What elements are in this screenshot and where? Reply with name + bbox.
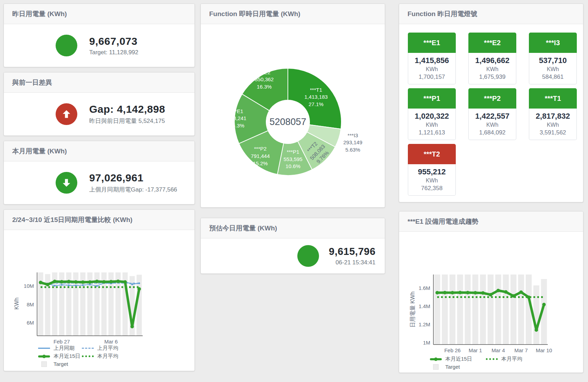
legend-item-target[interactable]: Target [433,364,486,370]
legend-item-this-month-avg[interactable]: 本月平均 [82,353,118,360]
tile-unit: KWh [530,66,576,72]
card-month-usage: 本月用電量 (KWh) 97,026,961 上個月同期用電Gap: -17,3… [3,141,195,204]
tile-body: 1,422,557 KWh 1,684,092 [468,109,516,140]
data-point [61,284,63,286]
data-point [512,294,515,298]
legend-row: 上月同期 上月平均 [38,345,118,352]
comparison-chart-legend: 上月同期 上月平均 本月近15日 本月平均 [38,345,118,367]
target-bar [465,275,471,345]
data-point [527,296,531,299]
data-point [534,328,538,332]
stat-body: Gap: 4,142,898 昨日與前日用電量 5,524,175 [4,93,194,136]
legend-item-this-month[interactable]: 本月近15日 [430,356,486,362]
donut-label-P2: ***P2791,44415.2% [251,145,270,167]
data-point [489,293,493,297]
tile-value: 955,212 [409,167,455,176]
data-point [54,285,56,287]
tile-header: ***T1 [529,88,577,109]
target-bar [510,275,516,345]
legend-label: 本月平均 [97,353,118,360]
legend-item-target[interactable]: Target [41,361,82,367]
y-tick-label: 1.6M [419,285,430,291]
data-point [123,280,127,284]
stat-body: 9,615,796 06-21 15:34:41 [201,238,385,273]
donut-labels: ***T11,413,18327.1%***I3293,1495.63%***T… [201,24,385,208]
tile-value: 1,422,557 [469,112,515,121]
stat-subtitle: Target: 11,128,992 [89,49,139,56]
legend-label: Target [54,361,68,367]
tile-header: ***P1 [408,88,456,109]
line-dotted-green-swatch [486,358,498,360]
data-point [96,285,98,287]
card-title: Function 昨日用電燈號 [408,9,477,19]
light-tile-t2: ***T2 955,212 KWh 762,358 [408,144,456,196]
tile-unit: KWh [409,66,455,72]
card-title: Function 即時日用電量 (KWh) [209,9,300,19]
arrow-up-glyph [61,109,72,120]
data-point [60,280,63,284]
line-thick-green-swatch [430,358,442,360]
card-title: 本月用電量 (KWh) [12,147,67,156]
data-point [137,287,141,291]
tile-body: 1,496,662 KWh 1,675,939 [468,53,516,84]
legend-label: 上月平均 [97,345,118,352]
donut-label-T1: ***T11,413,18327.1% [304,86,328,108]
legend-item-this-month[interactable]: 本月近15日 [38,353,82,360]
tile-target: 584,861 [530,74,576,81]
y-axis-title: 日用電量 KWh [410,291,416,327]
light-tile-i3: ***I3 537,710 KWh 584,861 [529,33,577,84]
target-bar [472,275,478,345]
legend-row: Target [38,361,118,367]
line-dashed-blue-swatch [82,348,94,349]
x-tick-label: Mar 4 [491,347,505,353]
stat-value: Gap: 4,142,898 [89,103,165,115]
target-bar [480,275,486,345]
data-point [130,325,134,328]
y-tick-label: 1M [423,340,430,346]
arrow-down-icon [56,172,77,194]
card-header: 本月用電量 (KWh) [4,141,194,161]
legend-row: 本月近15日 本月平均 [430,356,522,362]
trend-chart-legend: 本月近15日 本月平均 Target [430,356,522,370]
target-bar [503,275,509,345]
arrow-down-glyph [61,177,72,188]
data-point [131,284,133,285]
light-tile-t1: ***T1 2,817,832 KWh 3,591,562 [529,88,577,140]
status-circle-icon [56,35,77,56]
stat-text: 97,026,961 上個月同期用電Gap: -17,377,566 [89,172,177,194]
stat-body: 9,667,073 Target: 11,128,992 [4,24,194,67]
tile-body: 537,710 KWh 584,861 [529,53,577,84]
x-tick-label: Mar 10 [536,347,552,353]
x-tick-label: Feb 26 [444,347,461,353]
tile-unit: KWh [409,178,455,184]
target-bar [518,275,524,345]
donut-label-T2: ***T2508,0839.76% [303,138,332,167]
data-point [95,280,99,283]
card-header: Function 昨日用電燈號 [399,4,583,24]
y-axis-title: KWh [14,298,20,310]
card-estimate-today: 預估今日用電量 (KWh) 9,615,796 06-21 15:34:41 [200,218,385,274]
legend-item-this-month-avg[interactable]: 本月平均 [486,356,522,362]
stat-body: 97,026,961 上個月同期用電Gap: -17,377,566 [4,161,194,204]
target-bar [533,285,539,345]
tile-header: ***E2 [468,33,516,53]
bar-gray-swatch [41,361,47,367]
card-gap-prev-day: 與前一日差異 Gap: 4,142,898 昨日與前日用電量 5,524,175 [3,72,195,136]
tile-target: 1,684,092 [469,129,515,136]
data-point [88,280,92,284]
stat-subtitle: 上個月同期用電Gap: -17,377,566 [89,186,177,194]
legend-item-last-month[interactable]: 上月同期 [38,345,82,352]
tile-header: ***T2 [408,144,456,164]
line-dotted-green-swatch [82,355,94,357]
donut-label-P1: ***P1553,59510.6% [283,148,302,170]
legend-item-last-month-avg[interactable]: 上月平均 [82,345,118,352]
line-thick-green-swatch [38,355,50,357]
tile-body: 1,020,322 KWh 1,121,613 [408,109,456,140]
card-title: 預估今日用電量 (KWh) [209,224,277,233]
light-tile-p1: ***P1 1,020,322 KWh 1,121,613 [408,88,456,140]
data-point [89,284,91,285]
legend-row: Target [430,364,522,370]
data-point [109,280,113,283]
data-point [435,291,439,294]
tile-target: 1,675,939 [469,74,515,81]
